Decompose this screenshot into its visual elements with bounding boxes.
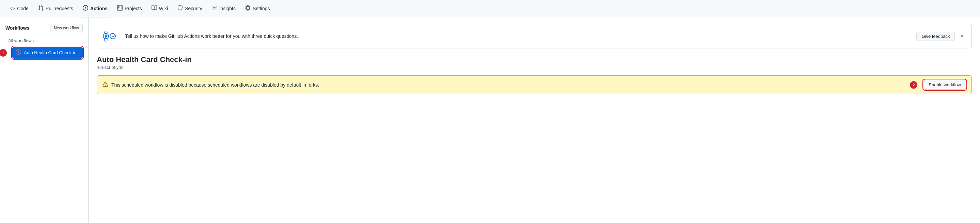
nav-security[interactable]: Security	[173, 2, 206, 14]
nav-settings-label: Settings	[253, 6, 270, 11]
feedback-banner: Tell us how to make GitHub Actions work …	[97, 24, 972, 48]
main-container: Workflows New workflow All workflows 1 A…	[0, 17, 980, 223]
give-feedback-button[interactable]: Give feedback	[916, 32, 955, 41]
nav-security-label: Security	[185, 6, 202, 11]
enable-workflow-wrapper: 2 Enable workflow	[916, 80, 966, 90]
insights-icon	[212, 5, 217, 11]
workflow-filename: run-script.yml	[97, 65, 972, 70]
warning-icon	[102, 82, 108, 88]
feedback-actions: Give feedback ×	[916, 32, 966, 41]
nav-pull-requests[interactable]: Pull requests	[34, 2, 77, 14]
nav-pull-requests-label: Pull requests	[46, 6, 73, 11]
warning-text: This scheduled workflow is disabled beca…	[111, 82, 319, 88]
actions-nav-icon	[83, 5, 88, 11]
svg-point-6	[110, 34, 115, 39]
nav-actions-label: Actions	[90, 6, 108, 11]
nav-wiki[interactable]: Wiki	[148, 2, 172, 14]
feedback-left: Tell us how to make GitHub Actions work …	[102, 29, 298, 43]
warning-banner: This scheduled workflow is disabled beca…	[97, 75, 972, 94]
warning-left: This scheduled workflow is disabled beca…	[102, 82, 319, 88]
nav-insights[interactable]: Insights	[208, 2, 240, 14]
sidebar-header: Workflows New workflow	[5, 24, 83, 32]
close-feedback-button[interactable]: ×	[958, 32, 966, 40]
all-workflows-link[interactable]: All workflows	[5, 36, 83, 45]
workflow-item-container: 1 Auto Health Card Check-in	[5, 47, 83, 59]
code-icon: <>	[10, 6, 15, 11]
feedback-text: Tell us how to make GitHub Actions work …	[125, 34, 298, 39]
workflow-item-label: Auto Health Card Check-in	[24, 50, 76, 55]
sidebar: Workflows New workflow All workflows 1 A…	[0, 17, 89, 223]
enable-workflow-label: Enable workflow	[929, 82, 961, 87]
pull-requests-icon	[38, 5, 44, 11]
top-nav: <> Code Pull requests Actions Projects W…	[0, 0, 980, 17]
workflow-title-section: Auto Health Card Check-in run-script.yml	[97, 55, 972, 70]
actions-icon-wrap	[102, 29, 120, 43]
nav-actions[interactable]: Actions	[79, 2, 112, 14]
security-icon	[177, 5, 183, 11]
nav-code[interactable]: <> Code	[5, 3, 33, 14]
projects-icon	[117, 5, 123, 11]
content-area: Tell us how to make GitHub Actions work …	[89, 17, 980, 223]
workflow-item-auto-health[interactable]: Auto Health Card Check-in	[12, 47, 83, 59]
enable-workflow-badge: 2	[910, 81, 917, 89]
nav-insights-label: Insights	[219, 6, 235, 11]
workflow-name: Auto Health Card Check-in	[97, 55, 972, 64]
enable-workflow-button[interactable]: Enable workflow	[923, 80, 966, 90]
nav-code-label: Code	[17, 6, 28, 11]
new-workflow-button[interactable]: New workflow	[50, 24, 83, 32]
workflow-badge-1: 1	[0, 49, 7, 56]
nav-wiki-label: Wiki	[159, 6, 168, 11]
wiki-icon	[151, 5, 157, 11]
svg-point-1	[105, 35, 107, 37]
workflow-status-icon	[16, 50, 21, 56]
nav-projects-label: Projects	[125, 6, 142, 11]
nav-settings[interactable]: Settings	[241, 2, 274, 14]
nav-projects[interactable]: Projects	[113, 2, 146, 14]
sidebar-title: Workflows	[5, 25, 30, 31]
settings-icon	[245, 5, 251, 11]
